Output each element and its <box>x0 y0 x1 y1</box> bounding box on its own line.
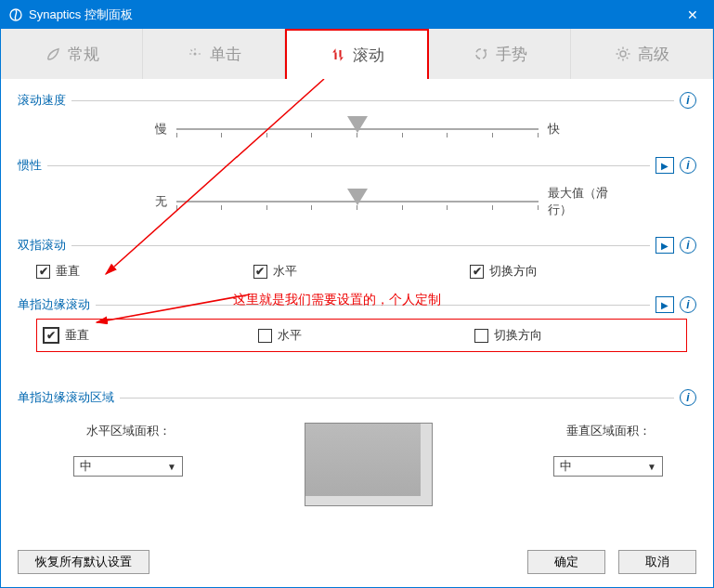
checkbox-edge-vertical[interactable]: ✔ <box>43 327 59 344</box>
section-scroll-speed: 滚动速度 i <box>18 92 696 109</box>
inertia-slider[interactable] <box>176 192 539 211</box>
v-area-select[interactable]: 中▼ <box>553 456 663 477</box>
v-area-label: 垂直区域面积： <box>566 423 651 439</box>
gear-icon <box>614 45 632 63</box>
h-area-select[interactable]: 中▼ <box>73 456 183 477</box>
leaf-icon <box>44 45 62 63</box>
tab-bar: 常规 单击 滚动 手势 高级 <box>1 29 713 79</box>
window-title: Synaptics 控制面板 <box>29 7 133 23</box>
checkbox-edge-switch[interactable] <box>474 329 488 343</box>
checkbox-two-switch[interactable]: ✔ <box>470 265 484 279</box>
tab-general[interactable]: 常规 <box>1 29 143 79</box>
gesture-icon <box>472 45 490 63</box>
app-logo-icon <box>8 7 23 22</box>
touchpad-preview <box>305 423 433 506</box>
section-two-finger: 双指滚动 ▶ i <box>18 237 696 254</box>
slider-label-max: 最大值（滑行） <box>539 185 622 218</box>
tab-scroll[interactable]: 滚动 <box>285 29 430 79</box>
cancel-button[interactable]: 取消 <box>618 550 696 574</box>
svg-point-3 <box>620 51 626 57</box>
video-icon[interactable]: ▶ <box>656 157 674 174</box>
slider-label-fast: 快 <box>539 121 622 137</box>
slider-label-none: 无 <box>93 193 176 210</box>
svg-point-2 <box>476 49 487 59</box>
title-bar: Synaptics 控制面板 ✕ <box>1 1 713 29</box>
tab-advanced[interactable]: 高级 <box>571 29 713 79</box>
tab-click[interactable]: 单击 <box>143 29 285 79</box>
ok-button[interactable]: 确定 <box>527 550 605 574</box>
checkbox-edge-horizontal[interactable] <box>258 329 272 343</box>
video-icon[interactable]: ▶ <box>656 237 674 254</box>
scroll-speed-slider[interactable] <box>176 120 539 138</box>
tab-gesture[interactable]: 手势 <box>429 29 571 79</box>
close-button[interactable]: ✕ <box>671 1 713 29</box>
chevron-down-icon: ▼ <box>167 462 176 472</box>
slider-label-slow: 慢 <box>93 121 176 137</box>
h-area-label: 水平区域面积： <box>86 423 171 439</box>
checkbox-two-horizontal[interactable]: ✔ <box>253 265 267 279</box>
info-icon[interactable]: i <box>680 296 696 313</box>
click-icon <box>186 45 204 63</box>
annotation-text: 这里就是我们需要设置的，个人定制 <box>233 292 441 308</box>
restore-defaults-button[interactable]: 恢复所有默认设置 <box>18 550 149 574</box>
chevron-down-icon: ▼ <box>647 462 656 472</box>
svg-point-1 <box>193 53 196 56</box>
info-icon[interactable]: i <box>680 92 696 109</box>
info-icon[interactable]: i <box>680 389 696 406</box>
section-edge-area: 单指边缘滚动区域 i <box>18 389 696 406</box>
info-icon[interactable]: i <box>680 237 696 254</box>
info-icon[interactable]: i <box>680 157 696 174</box>
video-icon[interactable]: ▶ <box>656 296 674 313</box>
section-inertia: 惯性 ▶ i <box>18 157 696 174</box>
scroll-icon <box>329 46 347 64</box>
checkbox-two-vertical[interactable]: ✔ <box>36 265 50 279</box>
